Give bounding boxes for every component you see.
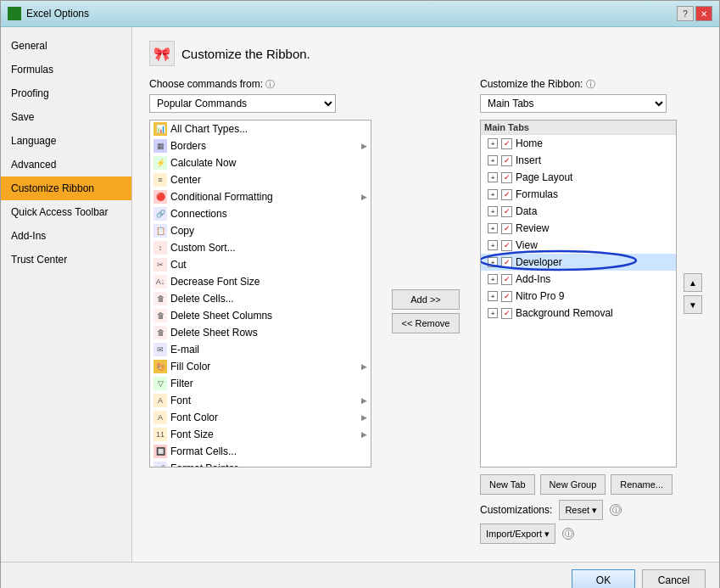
main-content: 🎀 Customize the Ribbon. Choose commands … <box>132 27 719 562</box>
list-item[interactable]: 11 Font Size ▶ <box>150 426 371 443</box>
list-item[interactable]: 🔴 Conditional Formatting ▶ <box>150 188 371 205</box>
expand-developer[interactable]: + <box>488 257 498 267</box>
import-export-button[interactable]: Import/Export ▾ <box>480 524 555 544</box>
sidebar-item-customize-ribbon[interactable]: Customize Ribbon <box>1 176 131 200</box>
left-col-header: Choose commands from: ⓘ <box>149 78 371 91</box>
rename-button[interactable]: Rename... <box>611 474 673 495</box>
ok-button[interactable]: OK <box>572 569 635 588</box>
help-button[interactable]: ? <box>677 6 694 21</box>
check-view[interactable] <box>501 240 512 251</box>
ribbon-tree[interactable]: Main Tabs + Home + Insert <box>480 120 677 468</box>
expand-data[interactable]: + <box>488 206 498 216</box>
list-item[interactable]: ✉ E-mail <box>150 341 371 358</box>
check-home[interactable] <box>501 138 512 149</box>
expand-formulas[interactable]: + <box>488 189 498 199</box>
list-item[interactable]: 🖌 Format Painter <box>150 460 371 468</box>
list-item[interactable]: 🔗 Connections <box>150 205 371 222</box>
expand-home[interactable]: + <box>488 138 498 148</box>
reset-info-icon: ⓘ <box>610 504 622 516</box>
list-item[interactable]: 🔲 Format Cells... <box>150 443 371 460</box>
check-developer[interactable] <box>501 257 512 268</box>
add-button[interactable]: Add >> <box>392 289 460 310</box>
tree-item-page-layout[interactable]: + Page Layout <box>481 169 676 186</box>
list-item[interactable]: A Font Color ▶ <box>150 409 371 426</box>
remove-button[interactable]: << Remove <box>392 313 460 333</box>
list-item[interactable]: ≡ Center <box>150 171 371 188</box>
list-item[interactable]: A↓ Decrease Font Size <box>150 273 371 290</box>
sidebar-item-save[interactable]: Save <box>1 105 131 129</box>
expand-page-layout[interactable]: + <box>488 172 498 182</box>
expand-bg-removal[interactable]: + <box>488 308 498 318</box>
commands-dropdown[interactable]: Popular Commands All Commands Commands N… <box>149 94 336 113</box>
list-item[interactable]: 📋 Copy <box>150 222 371 239</box>
scroll-down-button[interactable]: ▼ <box>684 295 702 314</box>
list-item[interactable]: ▽ Filter <box>150 375 371 392</box>
cancel-button[interactable]: Cancel <box>642 569 706 588</box>
new-tab-button[interactable]: New Tab <box>480 474 535 495</box>
tree-item-view[interactable]: + View <box>481 237 676 254</box>
import-export-info-icon: ⓘ <box>562 528 574 540</box>
check-page-layout[interactable] <box>501 172 512 183</box>
dialog-title: Excel Options <box>26 8 89 20</box>
list-item[interactable]: 📊 All Chart Types... <box>150 120 371 137</box>
tree-item-developer[interactable]: + Developer <box>481 254 676 271</box>
expand-view[interactable]: + <box>488 240 498 250</box>
excel-options-dialog: Excel Options ? ✕ General Formulas Proof… <box>0 0 720 588</box>
list-item[interactable]: A Font ▶ <box>150 392 371 409</box>
tree-group-main-tabs: Main Tabs <box>481 120 676 135</box>
sidebar-item-advanced[interactable]: Advanced <box>1 153 131 176</box>
sidebar-item-proofing[interactable]: Proofing <box>1 81 131 105</box>
list-item[interactable]: ⚡ Calculate Now <box>150 154 371 171</box>
commands-dropdown-row: Popular Commands All Commands Commands N… <box>149 94 371 113</box>
close-button[interactable]: ✕ <box>695 6 712 21</box>
list-item[interactable]: 🗑 Delete Sheet Columns <box>150 307 371 324</box>
list-item[interactable]: 🗑 Delete Sheet Rows <box>150 324 371 341</box>
reset-button[interactable]: Reset ▾ <box>559 500 603 520</box>
expand-addins[interactable]: + <box>488 274 498 284</box>
tree-item-insert[interactable]: + Insert <box>481 152 676 169</box>
expand-nitro[interactable]: + <box>488 291 498 301</box>
tree-item-nitro[interactable]: + Nitro Pro 9 <box>481 288 676 305</box>
list-item[interactable]: ↕ Custom Sort... <box>150 239 371 256</box>
sidebar-item-formulas[interactable]: Formulas <box>1 58 131 81</box>
expand-review[interactable]: + <box>488 223 498 233</box>
tree-item-home[interactable]: + Home <box>481 135 676 152</box>
left-column: Choose commands from: ⓘ Popular Commands… <box>149 78 371 544</box>
tree-item-data[interactable]: + Data <box>481 203 676 220</box>
del-col-icon: 🗑 <box>153 309 167 322</box>
ribbon-tree-with-scroll: Main Tabs + Home + Insert <box>480 120 702 468</box>
check-data[interactable] <box>501 206 512 217</box>
list-item[interactable]: 🎨 Fill Color ▶ <box>150 358 371 375</box>
fill-color-icon: 🎨 <box>153 360 167 373</box>
cut-icon: ✂ <box>153 258 167 272</box>
sidebar-item-trust-center[interactable]: Trust Center <box>1 248 131 272</box>
check-bg-removal[interactable] <box>501 308 512 319</box>
left-info-icon: ⓘ <box>265 79 275 89</box>
scroll-up-button[interactable]: ▲ <box>684 273 702 292</box>
sidebar-item-addins[interactable]: Add-Ins <box>1 224 131 248</box>
check-insert[interactable] <box>501 155 512 166</box>
tree-item-addins[interactable]: + Add-Ins <box>481 271 676 288</box>
sidebar-item-quick-access[interactable]: Quick Access Toolbar <box>1 200 131 224</box>
tree-item-background-removal[interactable]: + Background Removal <box>481 305 676 322</box>
list-item[interactable]: ✂ Cut <box>150 256 371 273</box>
check-nitro[interactable] <box>501 291 512 302</box>
check-review[interactable] <box>501 223 512 234</box>
sidebar-item-general[interactable]: General <box>1 34 131 58</box>
list-item[interactable]: 🗑 Delete Cells... <box>150 290 371 307</box>
tab-buttons: New Tab New Group Rename... <box>480 474 673 495</box>
new-group-button[interactable]: New Group <box>540 474 606 495</box>
ribbon-dropdown[interactable]: Main Tabs Tool Tabs All Tabs <box>480 94 667 113</box>
check-addins[interactable] <box>501 274 512 285</box>
commands-list[interactable]: 📊 All Chart Types... ▦ Borders ▶ ⚡ Calcu… <box>149 120 371 468</box>
tree-item-formulas[interactable]: + Formulas <box>481 186 676 203</box>
sidebar-item-language[interactable]: Language <box>1 129 131 153</box>
list-item[interactable]: ▦ Borders ▶ <box>150 137 371 154</box>
section-header: 🎀 Customize the Ribbon. <box>149 41 702 66</box>
check-formulas[interactable] <box>501 189 512 200</box>
customizations-label: Customizations: <box>480 504 552 516</box>
customize-ribbon-icon: 🎀 <box>149 41 175 66</box>
expand-insert[interactable]: + <box>488 155 498 165</box>
chart-icon: 📊 <box>153 122 167 136</box>
tree-item-review[interactable]: + Review <box>481 220 676 237</box>
